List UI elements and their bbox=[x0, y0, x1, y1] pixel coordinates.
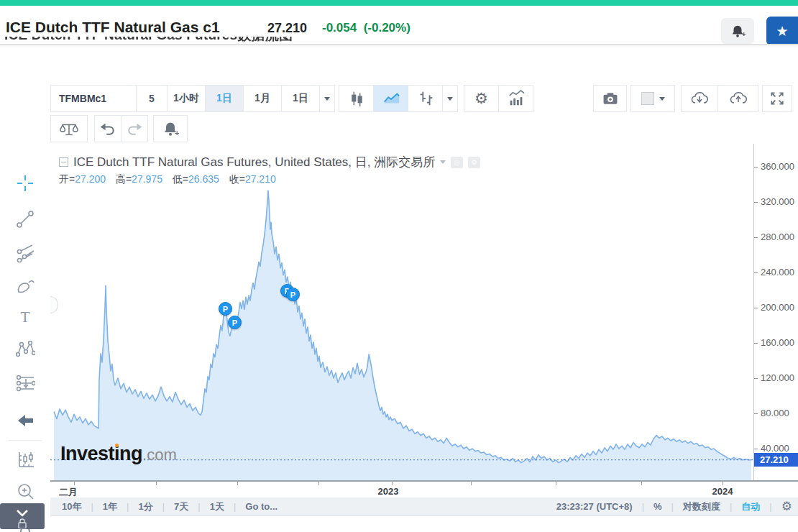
text-tool[interactable]: T bbox=[15, 307, 35, 327]
time-axis[interactable]: 二月20232024 bbox=[50, 480, 798, 497]
last-price: 27.210 bbox=[267, 21, 307, 36]
measure-tool[interactable] bbox=[15, 449, 35, 469]
time-tick bbox=[156, 482, 157, 485]
save-chart-button[interactable] bbox=[717, 85, 758, 112]
indicators-button[interactable] bbox=[498, 85, 533, 112]
trend-line-tool[interactable] bbox=[15, 209, 35, 229]
xabcd-pattern-tool[interactable] bbox=[15, 339, 35, 359]
page-title: ICE Dutch TTF Natural Gas c1 bbox=[6, 19, 220, 36]
page: ICE Dutch TTF Natural Gas Futures数据流图 IC… bbox=[0, 0, 798, 532]
fib-lines-icon bbox=[15, 243, 35, 263]
position-marker[interactable]: P bbox=[286, 288, 300, 301]
position-marker[interactable]: P bbox=[219, 302, 232, 316]
price-tick bbox=[754, 308, 758, 308]
interval-button-1月[interactable]: 1月 bbox=[243, 85, 282, 112]
alert-button[interactable]: + bbox=[153, 115, 188, 142]
interval-button-1日[interactable]: 1日 bbox=[281, 85, 320, 112]
price-tick bbox=[754, 413, 758, 414]
high-value: 27.975 bbox=[132, 173, 162, 185]
load-chart-button[interactable] bbox=[681, 85, 718, 112]
candlestick-chart-button[interactable] bbox=[339, 85, 374, 112]
crosshair-tool[interactable] bbox=[15, 173, 35, 193]
background-picker-button[interactable] bbox=[630, 85, 675, 112]
undo-button[interactable] bbox=[94, 115, 121, 142]
interval-button-1日[interactable]: 1日 bbox=[205, 85, 244, 112]
price-tick bbox=[754, 343, 758, 344]
chart-type-dropdown[interactable] bbox=[442, 85, 458, 112]
measure-icon bbox=[15, 449, 35, 469]
chevron-down-icon bbox=[659, 97, 665, 101]
brand-top-bar bbox=[0, 0, 798, 6]
interval-button-5[interactable]: 5 bbox=[136, 85, 168, 112]
bell-plus-icon: + bbox=[730, 23, 746, 39]
chart-toolbar-row2: + bbox=[50, 115, 187, 142]
chart-canvas[interactable]: ICE Dutch TTF Natural Gas Futures, Unite… bbox=[50, 144, 753, 480]
camera-icon bbox=[602, 90, 619, 107]
header-divider bbox=[0, 44, 798, 45]
time-tick bbox=[641, 482, 642, 485]
add-to-watchlist-button[interactable]: ★ bbox=[766, 17, 798, 45]
bottom-toolbar: 10年|1年|1分|7天|1天|Go to... 23:23:27 (UTC+8… bbox=[50, 497, 798, 516]
zoom-in-tool[interactable] bbox=[15, 481, 35, 501]
time-tick bbox=[471, 482, 472, 485]
cloud-download-icon bbox=[689, 88, 710, 109]
time-tick bbox=[318, 482, 319, 485]
range-button-3[interactable]: 1分 bbox=[138, 500, 152, 513]
area-chart-button[interactable] bbox=[373, 85, 408, 112]
hide-panel-button[interactable] bbox=[0, 503, 45, 529]
brush-tool[interactable] bbox=[15, 276, 35, 296]
interval-button-1小时[interactable]: 1小时 bbox=[167, 85, 206, 112]
compare-button[interactable] bbox=[50, 115, 88, 142]
interval-dropdown[interactable] bbox=[319, 85, 335, 112]
low-label: 低= bbox=[173, 173, 188, 185]
fib-lines-tool[interactable] bbox=[15, 243, 35, 263]
create-alert-button[interactable]: + bbox=[721, 18, 754, 44]
close-value: 27.210 bbox=[245, 173, 276, 185]
fullscreen-button[interactable] bbox=[762, 85, 792, 112]
chart-legend: ICE Dutch TTF Natural Gas Futures, Unite… bbox=[59, 154, 480, 170]
legend-eye-button[interactable]: ◎ bbox=[451, 157, 463, 168]
symbol-input[interactable]: TFMBMc1 bbox=[50, 85, 137, 112]
axis-settings-gear-icon[interactable]: ⚙ bbox=[781, 499, 792, 514]
redo-button[interactable] bbox=[121, 115, 148, 142]
legend-caret-icon[interactable] bbox=[440, 160, 446, 164]
current-price-badge: 27.210 bbox=[754, 453, 798, 467]
axis-option-%[interactable]: % bbox=[653, 501, 662, 512]
price-axis[interactable]: 360.000320.000280.000240.000200.000160.0… bbox=[753, 144, 798, 480]
fullscreen-icon bbox=[769, 90, 786, 107]
legend-title: ICE Dutch TTF Natural Gas Futures, Unite… bbox=[73, 154, 435, 170]
clock[interactable]: 23:23:27 (UTC+8) bbox=[556, 501, 633, 512]
drawing-toolbar: T bbox=[0, 83, 50, 532]
chart-settings-button[interactable]: ⚙ bbox=[464, 85, 499, 112]
ohlc-bars-button[interactable] bbox=[408, 85, 443, 112]
price-tick bbox=[754, 167, 758, 168]
position-marker[interactable]: P bbox=[228, 316, 242, 329]
projection-tool[interactable] bbox=[15, 372, 35, 393]
chart-toolbar-right bbox=[593, 85, 792, 112]
axis-option-自动[interactable]: 自动 bbox=[741, 500, 760, 513]
star-icon: ★ bbox=[776, 23, 788, 40]
range-button-6[interactable]: Go to... bbox=[245, 501, 278, 512]
bottom-toolbar-right: 23:23:27 (UTC+8) |%|对数刻度|自动 | ⚙ bbox=[556, 499, 792, 514]
back-arrow-tool[interactable] bbox=[15, 411, 35, 431]
price-tick-label: 40.000 bbox=[761, 443, 789, 454]
svg-text:T: T bbox=[21, 308, 30, 326]
legend-settings-button[interactable]: ⚙ bbox=[468, 157, 480, 168]
time-tick bbox=[723, 482, 723, 485]
crosshair-icon bbox=[15, 173, 35, 193]
range-button-4[interactable]: 7天 bbox=[174, 500, 188, 513]
svg-text:+: + bbox=[742, 31, 746, 38]
date-range-buttons: 10年|1年|1分|7天|1天|Go to... bbox=[50, 500, 278, 513]
axis-option-对数刻度[interactable]: 对数刻度 bbox=[683, 500, 720, 513]
snapshot-button[interactable] bbox=[593, 85, 627, 112]
area-chart-icon bbox=[382, 89, 400, 108]
chevron-down-icon bbox=[324, 97, 330, 101]
price-tick-label: 280.000 bbox=[761, 231, 794, 242]
range-button-2[interactable]: 1年 bbox=[103, 500, 117, 513]
time-tick bbox=[556, 482, 556, 485]
projection-icon bbox=[15, 372, 35, 393]
legend-collapse-icon[interactable] bbox=[59, 157, 68, 167]
range-button-5[interactable]: 1天 bbox=[210, 500, 224, 513]
investing-watermark: Investing.com bbox=[60, 443, 177, 465]
range-button-1[interactable]: 10年 bbox=[62, 500, 81, 513]
